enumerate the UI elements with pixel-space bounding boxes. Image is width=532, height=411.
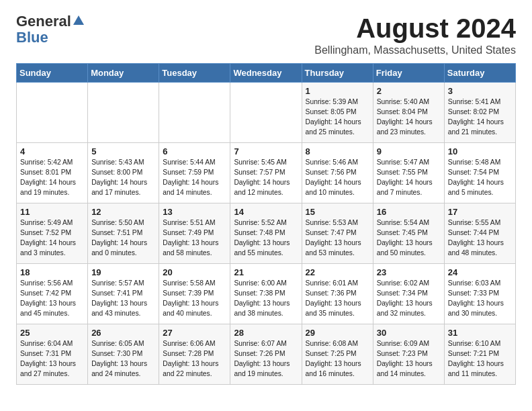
calendar-cell: 30Sunrise: 6:09 AMSunset: 7:23 PMDayligh…	[373, 324, 444, 385]
cell-info: Daylight: 14 hours and 3 minutes.	[20, 238, 84, 259]
header-cell-saturday: Saturday	[444, 64, 515, 83]
cell-info: Daylight: 13 hours and 32 minutes.	[377, 299, 441, 319]
calendar-cell: 31Sunrise: 6:10 AMSunset: 7:21 PMDayligh…	[444, 324, 515, 385]
cell-info: Sunset: 7:21 PM	[448, 349, 512, 359]
cell-info: Sunrise: 5:50 AM	[91, 218, 155, 228]
cell-info: Sunrise: 5:49 AM	[20, 218, 84, 228]
week-row-3: 11Sunrise: 5:49 AMSunset: 7:52 PMDayligh…	[17, 203, 516, 264]
cell-info: Daylight: 13 hours and 40 minutes.	[163, 299, 226, 319]
cell-info: Sunrise: 5:56 AM	[20, 279, 84, 289]
day-number: 7	[234, 146, 298, 156]
calendar-cell: 17Sunrise: 5:55 AMSunset: 7:44 PMDayligh…	[444, 203, 515, 264]
day-number: 14	[234, 207, 298, 217]
cell-info: Sunset: 7:42 PM	[20, 289, 84, 299]
day-number: 10	[448, 146, 512, 156]
day-number: 17	[448, 207, 512, 217]
calendar-cell: 14Sunrise: 5:52 AMSunset: 7:48 PMDayligh…	[230, 203, 302, 264]
day-number: 29	[306, 328, 369, 338]
header-cell-tuesday: Tuesday	[159, 64, 230, 83]
calendar-cell: 20Sunrise: 5:58 AMSunset: 7:39 PMDayligh…	[159, 264, 230, 324]
cell-info: Daylight: 13 hours and 24 minutes.	[91, 359, 155, 379]
day-number: 11	[20, 207, 84, 217]
calendar-cell	[17, 83, 88, 143]
cell-info: Sunset: 7:25 PM	[306, 349, 369, 359]
calendar-cell: 13Sunrise: 5:51 AMSunset: 7:49 PMDayligh…	[159, 203, 230, 264]
calendar-cell: 15Sunrise: 5:53 AMSunset: 7:47 PMDayligh…	[302, 203, 373, 264]
day-number: 19	[91, 267, 155, 277]
day-number: 24	[448, 267, 512, 277]
calendar-cell: 28Sunrise: 6:07 AMSunset: 7:26 PMDayligh…	[230, 324, 302, 385]
day-number: 12	[91, 207, 155, 217]
day-number: 8	[306, 146, 369, 156]
cell-info: Daylight: 13 hours and 58 minutes.	[163, 238, 226, 259]
day-number: 13	[163, 207, 226, 217]
cell-info: Daylight: 13 hours and 30 minutes.	[448, 299, 512, 319]
day-number: 28	[234, 328, 298, 338]
cell-info: Sunrise: 5:55 AM	[448, 218, 512, 228]
cell-info: Sunset: 7:30 PM	[91, 349, 155, 359]
cell-info: Sunset: 7:26 PM	[234, 349, 298, 359]
cell-info: Daylight: 13 hours and 14 minutes.	[377, 359, 441, 379]
logo-general: General	[16, 13, 71, 30]
logo-icon	[73, 14, 85, 26]
calendar-cell: 9Sunrise: 5:47 AMSunset: 7:55 PMDaylight…	[373, 143, 444, 203]
cell-info: Sunset: 7:49 PM	[163, 228, 226, 238]
calendar-cell: 16Sunrise: 5:54 AMSunset: 7:45 PMDayligh…	[373, 203, 444, 264]
svg-marker-0	[73, 15, 84, 25]
header-cell-thursday: Thursday	[302, 64, 373, 83]
week-row-2: 4Sunrise: 5:42 AMSunset: 8:01 PMDaylight…	[17, 143, 516, 203]
calendar-cell: 25Sunrise: 6:04 AMSunset: 7:31 PMDayligh…	[17, 324, 88, 385]
cell-info: Sunrise: 5:39 AM	[306, 97, 369, 107]
cell-info: Daylight: 14 hours and 0 minutes.	[91, 238, 155, 259]
cell-info: Sunrise: 5:42 AM	[20, 158, 84, 168]
cell-info: Daylight: 14 hours and 21 minutes.	[448, 118, 512, 138]
main-title: August 2024	[314, 13, 516, 43]
calendar-cell: 18Sunrise: 5:56 AMSunset: 7:42 PMDayligh…	[17, 264, 88, 324]
cell-info: Sunrise: 6:03 AM	[448, 279, 512, 289]
title-area: August 2024 Bellingham, Massachusetts, U…	[314, 13, 516, 56]
logo-blue: Blue	[16, 30, 48, 46]
cell-info: Sunset: 7:23 PM	[377, 349, 441, 359]
calendar-cell: 22Sunrise: 6:01 AMSunset: 7:36 PMDayligh…	[302, 264, 373, 324]
calendar-cell: 5Sunrise: 5:43 AMSunset: 8:00 PMDaylight…	[88, 143, 159, 203]
logo: General Blue	[16, 13, 85, 46]
calendar-cell	[230, 83, 302, 143]
cell-info: Sunset: 7:36 PM	[306, 289, 369, 299]
cell-info: Daylight: 13 hours and 45 minutes.	[20, 299, 84, 319]
cell-info: Sunset: 7:54 PM	[448, 168, 512, 178]
sub-title: Bellingham, Massachusetts, United States	[314, 44, 516, 56]
cell-info: Daylight: 13 hours and 19 minutes.	[234, 359, 298, 379]
day-number: 20	[163, 267, 226, 277]
cell-info: Daylight: 13 hours and 43 minutes.	[91, 299, 155, 319]
cell-info: Sunrise: 5:53 AM	[306, 218, 369, 228]
cell-info: Sunrise: 6:10 AM	[448, 339, 512, 349]
cell-info: Sunset: 7:52 PM	[20, 228, 84, 238]
cell-info: Daylight: 14 hours and 10 minutes.	[306, 178, 369, 198]
week-row-1: 1Sunrise: 5:39 AMSunset: 8:05 PMDaylight…	[17, 83, 516, 143]
calendar-cell: 26Sunrise: 6:05 AMSunset: 7:30 PMDayligh…	[88, 324, 159, 385]
cell-info: Sunrise: 5:52 AM	[234, 218, 298, 228]
cell-info: Sunset: 8:02 PM	[448, 107, 512, 118]
calendar-body: 1Sunrise: 5:39 AMSunset: 8:05 PMDaylight…	[17, 83, 516, 385]
day-number: 6	[163, 146, 226, 156]
week-row-5: 25Sunrise: 6:04 AMSunset: 7:31 PMDayligh…	[17, 324, 516, 385]
day-number: 21	[234, 267, 298, 277]
cell-info: Sunset: 7:34 PM	[377, 289, 441, 299]
cell-info: Sunset: 7:31 PM	[20, 349, 84, 359]
calendar-cell: 6Sunrise: 5:44 AMSunset: 7:59 PMDaylight…	[159, 143, 230, 203]
day-number: 1	[306, 86, 369, 96]
day-number: 31	[448, 328, 512, 338]
cell-info: Sunrise: 5:45 AM	[234, 158, 298, 168]
cell-info: Sunrise: 5:40 AM	[377, 97, 441, 107]
day-number: 9	[377, 146, 441, 156]
cell-info: Sunrise: 5:46 AM	[306, 158, 369, 168]
cell-info: Sunset: 8:00 PM	[91, 168, 155, 178]
day-number: 15	[306, 207, 369, 217]
day-number: 23	[377, 267, 441, 277]
calendar-cell: 12Sunrise: 5:50 AMSunset: 7:51 PMDayligh…	[88, 203, 159, 264]
cell-info: Sunrise: 5:47 AM	[377, 158, 441, 168]
cell-info: Sunrise: 6:00 AM	[234, 279, 298, 289]
cell-info: Sunset: 7:51 PM	[91, 228, 155, 238]
cell-info: Sunrise: 5:58 AM	[163, 279, 226, 289]
calendar-cell: 2Sunrise: 5:40 AMSunset: 8:04 PMDaylight…	[373, 83, 444, 143]
